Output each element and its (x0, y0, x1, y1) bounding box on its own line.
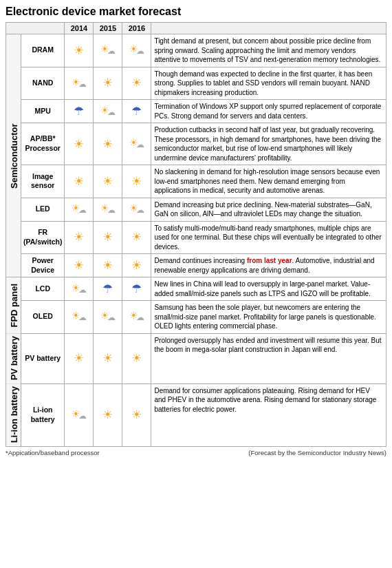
sun-icon: ☀ (102, 174, 113, 189)
icon-cell-1: ☀☁ (94, 301, 122, 334)
table-row: FR (PA/switch)☀☀☀To satisfy multi-mode/m… (6, 221, 386, 254)
header-year-2014: 2014 (65, 23, 94, 34)
icon-cell-2: ☂ (122, 100, 151, 123)
product-description: Tight demand at present, but concern abo… (151, 34, 386, 67)
partly-cloudy-icon: ☀☁ (100, 105, 116, 117)
product-name: LED (21, 198, 65, 221)
category-label: FPD panel (6, 277, 21, 334)
icon-cell-0: ☀ (65, 34, 94, 67)
sun-icon: ☀ (74, 43, 84, 58)
sun-icon: ☀ (131, 351, 142, 366)
partly-cloudy-icon: ☀☁ (129, 310, 144, 322)
product-description: Demand for consumer applications plateau… (151, 383, 386, 446)
partly-cloudy-icon: ☀☁ (72, 202, 87, 215)
icon-cell-2: ☀☁ (122, 34, 151, 67)
header-year-2015: 2015 (94, 23, 122, 34)
table-row: MPU☂☀☁☂Termination of Windows XP support… (6, 100, 386, 123)
icon-cell-0: ☀☁ (65, 301, 94, 334)
sun-icon: ☀ (131, 76, 142, 90)
sun-icon: ☀ (102, 351, 113, 366)
icon-cell-2: ☀☁ (122, 123, 151, 165)
table-row: AP/BB* Processor☀☀☀☁Production cutbacks … (6, 123, 386, 165)
table-row: FPD panelLCD☀☁☂☂New lines in China will … (6, 277, 386, 301)
product-description: Termination of Windows XP support only s… (151, 100, 386, 123)
umbrella-icon: ☂ (102, 282, 113, 296)
cloud-part-icon: ☁ (107, 205, 116, 215)
icon-cell-1: ☀ (94, 383, 122, 446)
product-description: No slackening in demand for high-resolut… (151, 165, 386, 198)
sun-icon: ☀ (74, 351, 84, 366)
sun-icon: ☀ (131, 258, 142, 273)
partly-cloudy-icon: ☀☁ (100, 310, 116, 322)
product-description: Demand increasing but price declining. N… (151, 198, 386, 221)
umbrella-icon: ☂ (131, 104, 142, 118)
cloud-part-icon: ☁ (136, 205, 144, 215)
product-name: DRAM (21, 34, 65, 67)
highlight-text: from last year (247, 257, 292, 264)
icon-cell-1: ☀ (94, 254, 122, 277)
icon-cell-1: ☀☁ (94, 198, 122, 221)
product-name: Power Device (21, 254, 65, 277)
table-row: PV batteryPV battery☀☀☀Prolonged oversup… (6, 333, 386, 383)
partly-cloudy-icon: ☀☁ (100, 43, 116, 56)
table-row: Image sensor☀☀☀No slackening in demand f… (6, 165, 386, 198)
icon-cell-0: ☀☁ (65, 383, 94, 446)
footer-left: *Appication/baseband processor (6, 449, 100, 456)
sun-icon: ☀ (102, 408, 113, 422)
sun-icon: ☀ (131, 230, 142, 244)
table-row: OLED☀☁☀☁☀☁Samsung has been the sole play… (6, 301, 386, 334)
product-description: Prolonged oversupply has ended and inves… (151, 333, 386, 383)
icon-cell-0: ☀ (65, 254, 94, 277)
page: Electronic device market forecast 2014 2… (0, 0, 392, 459)
umbrella-icon: ☂ (74, 104, 84, 118)
product-name: OLED (21, 301, 65, 334)
product-description: New lines in China will lead to oversupp… (151, 277, 386, 301)
icon-cell-2: ☀ (122, 165, 151, 198)
sun-icon: ☀ (102, 258, 113, 273)
sun-icon: ☀ (131, 174, 142, 189)
icon-cell-0: ☀ (65, 221, 94, 254)
icon-cell-1: ☀☁ (94, 100, 122, 123)
product-name: NAND (21, 67, 65, 100)
icon-cell-0: ☀ (65, 333, 94, 383)
partly-cloudy-icon: ☀☁ (72, 408, 87, 421)
partly-cloudy-icon: ☀☁ (100, 202, 116, 215)
icon-cell-1: ☀ (94, 165, 122, 198)
icon-cell-2: ☀ (122, 254, 151, 277)
sun-icon: ☀ (74, 174, 84, 189)
cloud-part-icon: ☁ (78, 411, 87, 421)
cloud-part-icon: ☁ (136, 313, 144, 322)
partly-cloudy-icon: ☀☁ (129, 43, 144, 56)
icon-cell-2: ☂ (122, 277, 151, 301)
umbrella-icon: ☂ (131, 282, 142, 296)
cloud-part-icon: ☁ (107, 313, 116, 322)
product-name: AP/BB* Processor (21, 123, 65, 165)
icon-cell-2: ☀☁ (122, 301, 151, 334)
table-row: Li-ion batteryLi-ion battery☀☁☀☀Demand f… (6, 383, 386, 446)
icon-cell-1: ☀ (94, 67, 122, 100)
icon-cell-1: ☀ (94, 333, 122, 383)
product-description: Demand continues increasing from last ye… (151, 254, 386, 277)
partly-cloudy-icon: ☀☁ (129, 202, 144, 215)
icon-cell-2: ☀ (122, 221, 151, 254)
sun-icon: ☀ (131, 408, 142, 422)
cloud-part-icon: ☁ (78, 79, 87, 89)
product-name: FR (PA/switch) (21, 221, 65, 254)
icon-cell-2: ☀ (122, 67, 151, 100)
partly-cloudy-icon: ☀☁ (72, 76, 87, 89)
sun-icon: ☀ (102, 76, 113, 90)
product-name: MPU (21, 100, 65, 123)
partly-cloudy-icon: ☀☁ (72, 282, 87, 295)
product-description: Though demand was expected to decline in… (151, 67, 386, 100)
table-row: Power Device☀☀☀Demand continues increasi… (6, 254, 386, 277)
sun-icon: ☀ (102, 137, 113, 151)
cloud-part-icon: ☁ (107, 107, 116, 117)
footer-right: (Forecast by the Semiconductor Industry … (248, 449, 386, 456)
cloud-part-icon: ☁ (136, 46, 144, 56)
header-desc (151, 23, 386, 34)
product-description: To satisfy multi-mode/multi-band ready s… (151, 221, 386, 254)
icon-cell-2: ☀☁ (122, 198, 151, 221)
table-row: SemiconductorDRAM☀☀☁☀☁Tight demand at pr… (6, 34, 386, 67)
icon-cell-2: ☀ (122, 333, 151, 383)
icon-cell-1: ☀☁ (94, 34, 122, 67)
